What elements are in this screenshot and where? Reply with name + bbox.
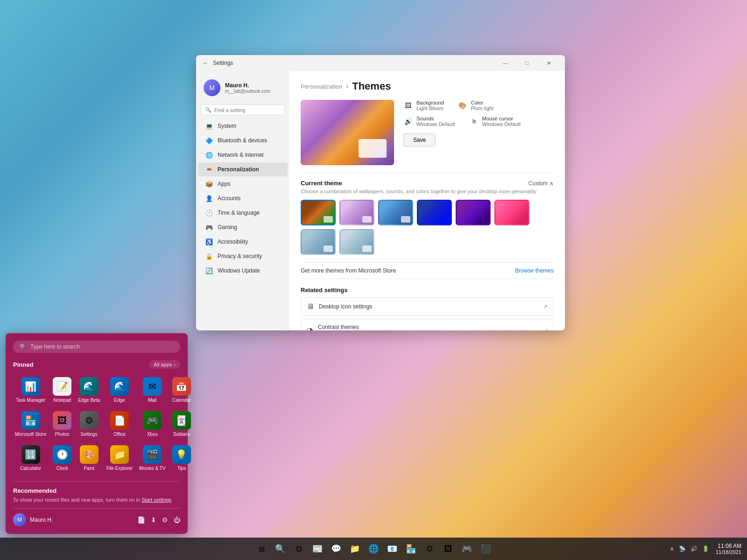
app-solitaire[interactable]: 🃏 Solitaire — [170, 408, 193, 440]
sidebar-item-network[interactable]: 🌐 Network & internet — [198, 148, 288, 162]
taskbar-widgets[interactable]: 📰 — [309, 540, 326, 557]
store-icon: 🏪 — [21, 411, 40, 430]
search-icon: 🔍 — [205, 107, 211, 113]
settings-footer-icon[interactable]: ⚙ — [162, 516, 168, 524]
taskbar-photos[interactable]: 🖼 — [440, 540, 457, 557]
battery-icon[interactable]: 🔋 — [700, 545, 711, 553]
app-calculator[interactable]: 🔢 Calculator — [13, 442, 48, 474]
app-edgebeta[interactable]: 🌊 Edge Beta — [76, 374, 102, 406]
photos-icon: 🖼 — [53, 411, 71, 430]
background-icon: 🖼 — [403, 101, 413, 110]
start-menu: 🔍 Pinned All apps › 📊 Task Manager 📝 Not… — [6, 333, 188, 534]
taskbar-settings[interactable]: ⚙ — [421, 540, 438, 557]
save-button[interactable]: Save — [403, 133, 436, 147]
download-icon[interactable]: ⬇ — [151, 516, 156, 524]
theme-thumb-sea[interactable] — [301, 229, 336, 255]
app-calendar[interactable]: 📅 Calendar — [170, 374, 193, 406]
taskbar-explorer[interactable]: 📁 — [346, 540, 363, 557]
chevron-up-icon: ∧ — [550, 180, 554, 187]
start-search[interactable]: 🔍 — [13, 341, 180, 353]
related-item-desktop-icon[interactable]: 🖥 Desktop icon settings ↗ — [301, 297, 554, 316]
sidebar-item-privacy[interactable]: 🔒 Privacy & security — [198, 249, 288, 263]
sidebar-item-update[interactable]: 🔄 Windows Update — [198, 264, 288, 278]
sidebar-item-time[interactable]: 🕐 Time & language — [198, 206, 288, 220]
taskbar-term[interactable]: ⬛ — [477, 540, 494, 557]
theme-thumb-bloom[interactable] — [339, 200, 374, 225]
user-profile[interactable]: M Mauro H. m__lab@outlook.com — [196, 75, 289, 103]
clock-icon: 🕐 — [53, 445, 71, 464]
sidebar-item-accessibility[interactable]: ♿ Accessibility — [198, 235, 288, 249]
sidebar-item-system[interactable]: 💻 System — [198, 119, 288, 133]
settings-search-box[interactable]: 🔍 — [201, 105, 285, 115]
sidebar-item-apps[interactable]: 📦 Apps — [198, 177, 288, 191]
theme-thumb-pink[interactable] — [494, 200, 529, 225]
taskbar-search[interactable]: 🔍 — [272, 540, 289, 557]
sidebar-item-bluetooth[interactable]: 🔷 Bluetooth & devices — [198, 133, 288, 147]
breadcrumb-parent[interactable]: Personalization — [301, 83, 342, 90]
minimize-button[interactable]: — — [495, 56, 516, 70]
theme-thumb-mist[interactable] — [339, 229, 374, 255]
current-theme-header: Current theme Custom ∧ — [301, 173, 554, 187]
chevron-icon[interactable]: ∧ — [668, 545, 676, 553]
sounds-icon: 🔊 — [403, 117, 413, 126]
desktop-icon: 🖥 — [307, 302, 314, 311]
app-notepad[interactable]: 📝 Notepad — [51, 374, 73, 406]
sidebar-item-personalization[interactable]: ✏ Personalization — [198, 162, 288, 176]
app-taskmanager[interactable]: 📊 Task Manager — [13, 374, 48, 406]
sidebar-item-gaming[interactable]: 🎮 Gaming — [198, 220, 288, 234]
taskbar-store[interactable]: 🏪 — [402, 540, 419, 557]
pinned-grid: 📊 Task Manager 📝 Notepad 🌊 Edge Beta 🌊 E… — [13, 374, 180, 474]
taskbar-time[interactable]: 11:08 AM 11/18/2021 — [716, 543, 741, 555]
app-explorer[interactable]: 📁 File Explorer — [105, 442, 134, 474]
avatar: M — [204, 79, 220, 96]
sounds-meta: 🔊 Sounds Windows Default — [403, 116, 455, 127]
app-label: Xbox — [147, 432, 158, 437]
new-doc-icon[interactable]: 📄 — [137, 516, 145, 524]
theme-thumb-forest[interactable] — [301, 200, 336, 225]
search-input[interactable] — [214, 107, 281, 113]
related-settings-title: Related settings — [301, 287, 554, 294]
back-button[interactable]: ← — [202, 59, 209, 67]
custom-badge[interactable]: Custom ∧ — [529, 180, 554, 187]
sidebar-item-accounts[interactable]: 👤 Accounts — [198, 191, 288, 205]
app-mail[interactable]: ✉ Mail — [137, 374, 168, 406]
custom-label: Custom — [529, 180, 548, 187]
app-clock[interactable]: 🕐 Clock — [51, 442, 73, 474]
app-store[interactable]: 🏪 Microsoft Store — [13, 408, 48, 440]
network-icon[interactable]: 📡 — [677, 545, 688, 553]
system-icon: 💻 — [205, 122, 213, 130]
power-icon[interactable]: ⏻ — [174, 516, 180, 524]
time-icon: 🕐 — [205, 209, 213, 217]
all-apps-button[interactable]: All apps › — [149, 360, 180, 369]
app-office[interactable]: 📄 Office — [105, 408, 134, 440]
chevron-right-icon: › — [546, 327, 548, 330]
browse-themes-button[interactable]: Browse themes — [515, 267, 554, 274]
accounts-icon: 👤 — [205, 195, 213, 202]
theme-thumb-purple[interactable] — [456, 200, 491, 225]
taskbar-chat[interactable]: 💬 — [328, 540, 345, 557]
app-photos[interactable]: 🖼 Photos — [51, 408, 73, 440]
app-settings[interactable]: ⚙ Settings — [76, 408, 102, 440]
maximize-button[interactable]: □ — [516, 56, 538, 70]
app-label: File Explorer — [106, 466, 133, 471]
related-item-contrast[interactable]: ◑ Contrast themes Color themes for low v… — [301, 319, 554, 330]
close-button[interactable]: ✕ — [538, 56, 559, 70]
app-movies[interactable]: 🎬 Movies & TV — [137, 442, 168, 474]
app-xbox[interactable]: 🎮 Xbox — [137, 408, 168, 440]
footer-user[interactable]: M Mauro H. — [13, 513, 53, 526]
taskbar-multitasking[interactable]: ⧉ — [290, 540, 307, 557]
start-button[interactable]: ⊞ — [253, 540, 270, 557]
taskbar-mail[interactable]: 📧 — [384, 540, 401, 557]
volume-icon[interactable]: 🔊 — [689, 545, 699, 553]
start-settings-link[interactable]: Start settings — [141, 497, 171, 503]
sidebar-item-label: Gaming — [218, 224, 237, 231]
app-paint[interactable]: 🎨 Paint — [76, 442, 102, 474]
app-edge[interactable]: 🌊 Edge — [105, 374, 134, 406]
taskbar-xbox[interactable]: 🎮 — [458, 540, 475, 557]
taskbar-edge[interactable]: 🌐 — [365, 540, 382, 557]
theme-thumb-blue[interactable] — [378, 200, 413, 225]
theme-thumb-dark[interactable] — [417, 200, 452, 225]
start-search-input[interactable] — [30, 343, 174, 350]
app-tips[interactable]: 💡 Tips — [170, 442, 193, 474]
calendar-icon: 📅 — [172, 377, 191, 396]
